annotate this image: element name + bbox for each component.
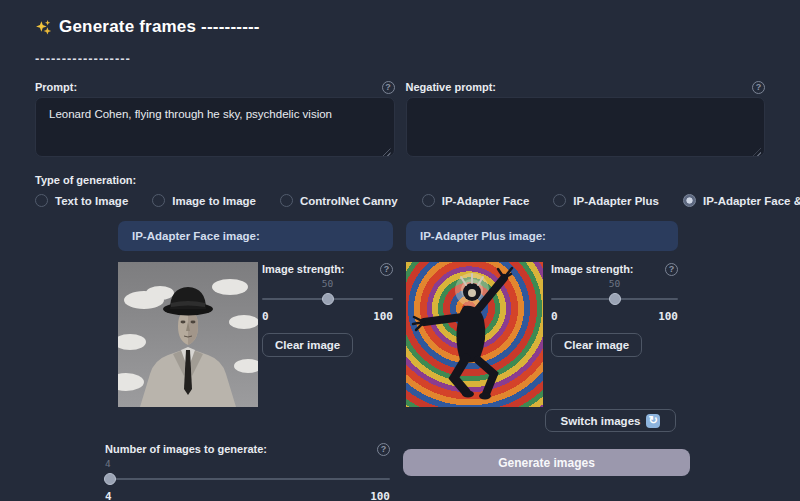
radio-circle-selected-icon[interactable] — [683, 194, 696, 207]
prompt-column: Prompt: ? Leonard Cohen, flying through … — [35, 80, 395, 161]
plus-strength-max: 100 — [658, 310, 678, 322]
num-images-label: Number of images to generate: — [105, 443, 267, 455]
leaping-man-silhouette — [406, 262, 543, 407]
face-strength-label: Image strength: — [262, 263, 345, 275]
plus-strength-min: 0 — [551, 310, 558, 322]
radio-circle-icon[interactable] — [553, 194, 566, 207]
sparkles-icon — [35, 19, 52, 36]
generate-frames-page: Generate frames ---------- -------------… — [0, 0, 800, 501]
page-title-row: Generate frames ---------- — [35, 16, 765, 38]
num-images-value: 4 — [105, 458, 390, 469]
ip-adapter-face-header[interactable]: IP-Adapter Face image: — [118, 221, 393, 251]
switch-images-row: Switch images ↻ — [545, 409, 676, 432]
plus-clear-image-button[interactable]: Clear image — [551, 333, 642, 357]
dashes-divider: ------------------ — [35, 51, 765, 64]
slider-handle[interactable] — [609, 293, 621, 305]
face-strength-value: 50 — [262, 278, 393, 289]
switch-images-label: Switch images — [561, 415, 641, 427]
plus-strength-value: 50 — [551, 278, 678, 289]
ip-adapter-plus-image[interactable] — [406, 262, 543, 407]
radio-image-to-image[interactable]: Image to Image — [152, 194, 256, 207]
generation-type-label: Type of generation: — [35, 174, 765, 187]
radio-ip-adapter-face-and-plus[interactable]: IP-Adapter Face & Plus — [683, 194, 800, 207]
face-strength-help-icon[interactable]: ? — [380, 263, 393, 276]
bottom-row: Number of images to generate: ? 4 4 100 … — [35, 442, 765, 501]
page-title: Generate frames ---------- — [59, 17, 260, 37]
negative-prompt-textarea-wrap — [406, 97, 766, 161]
face-strength-max: 100 — [373, 310, 393, 322]
ip-adapter-plus-header[interactable]: IP-Adapter Plus image: — [406, 221, 678, 251]
prompt-row: Prompt: ? Leonard Cohen, flying through … — [35, 80, 765, 161]
ip-adapter-face-image[interactable] — [118, 262, 258, 407]
prompt-textarea-wrap: Leonard Cohen, flying through he sky, ps… — [35, 97, 395, 161]
plus-strength-controls: Image strength: ? 50 0 100 Clear image — [551, 262, 678, 407]
slider-handle[interactable] — [104, 473, 116, 485]
slider-track[interactable] — [105, 478, 390, 480]
num-images-min: 4 — [105, 490, 112, 501]
switch-images-button[interactable]: Switch images ↻ — [545, 409, 676, 432]
radio-circle-icon[interactable] — [280, 194, 293, 207]
switch-arrows-icon: ↻ — [646, 414, 660, 428]
num-images-block: Number of images to generate: ? 4 4 100 — [105, 442, 390, 501]
radio-controlnet-canny[interactable]: ControlNet Canny — [280, 194, 398, 207]
radio-text-to-image[interactable]: Text to Image — [35, 194, 128, 207]
face-strength-min: 0 — [262, 310, 269, 322]
negative-prompt-input[interactable] — [406, 97, 766, 157]
ip-adapter-panels: IP-Adapter Face image: — [118, 221, 678, 432]
radio-ip-adapter-face[interactable]: IP-Adapter Face — [422, 194, 530, 207]
negative-prompt-column: Negative prompt: ? — [406, 80, 766, 161]
num-images-help-icon[interactable]: ? — [377, 443, 390, 456]
generate-wrap: Generate images — [403, 442, 690, 501]
prompt-input[interactable]: Leonard Cohen, flying through he sky, ps… — [35, 97, 395, 157]
num-images-slider[interactable] — [105, 473, 390, 485]
plus-strength-label: Image strength: — [551, 263, 634, 275]
prompt-label: Prompt: — [35, 81, 77, 93]
face-clear-image-button[interactable]: Clear image — [262, 333, 353, 357]
generate-images-button[interactable]: Generate images — [403, 449, 690, 476]
prompt-help-icon[interactable]: ? — [382, 81, 395, 94]
radio-ip-adapter-plus[interactable]: IP-Adapter Plus — [553, 194, 659, 207]
plus-strength-slider[interactable] — [551, 293, 678, 305]
generation-type-radio-group: Text to Image Image to Image ControlNet … — [35, 193, 765, 208]
negative-prompt-help-icon[interactable]: ? — [752, 81, 765, 94]
ip-adapter-plus-panel: IP-Adapter Plus image: — [406, 221, 678, 407]
num-images-max: 100 — [370, 490, 390, 501]
negative-prompt-label: Negative prompt: — [406, 81, 496, 93]
radio-circle-icon[interactable] — [152, 194, 165, 207]
radio-circle-icon[interactable] — [422, 194, 435, 207]
slider-handle[interactable] — [322, 293, 334, 305]
radio-circle-icon[interactable] — [35, 194, 48, 207]
plus-strength-help-icon[interactable]: ? — [665, 263, 678, 276]
face-strength-controls: Image strength: ? 50 0 100 Clear image — [262, 262, 393, 407]
ip-adapter-face-panel: IP-Adapter Face image: — [118, 221, 393, 407]
face-strength-slider[interactable] — [262, 293, 393, 305]
portrait-photo — [118, 262, 258, 407]
